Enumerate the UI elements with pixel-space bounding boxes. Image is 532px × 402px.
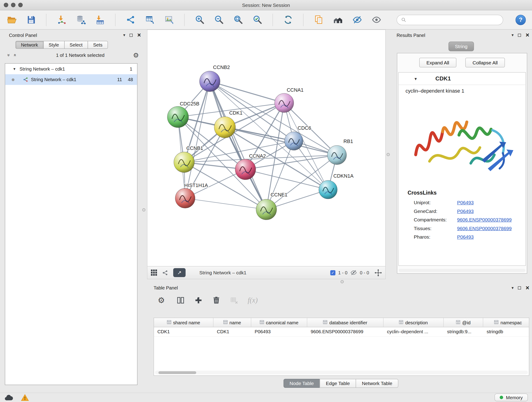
- hide-selected-button[interactable]: [350, 13, 364, 27]
- column-header-shared-name[interactable]: shared name: [154, 318, 214, 327]
- tab-network[interactable]: Network: [16, 41, 44, 49]
- import-table-icon: [95, 15, 105, 25]
- document-button[interactable]: [312, 13, 326, 27]
- column-header-name[interactable]: name: [214, 318, 251, 327]
- column-header-canonical-name[interactable]: canonical name: [251, 318, 307, 327]
- tab-string[interactable]: String: [448, 42, 474, 51]
- network-node-rb1[interactable]: RB1: [327, 138, 353, 165]
- network-node-ccnb2[interactable]: CCNB2: [200, 64, 230, 92]
- left-splitter-handle[interactable]: [142, 208, 146, 211]
- network-canvas[interactable]: CCNB2CCNA1CDC25BCDK1CDC6RB1CCNB1CCNA2CDK…: [147, 30, 385, 266]
- panel-maximize-icon[interactable]: [130, 33, 133, 37]
- crosslink-link[interactable]: 9606.ENSP00000378699: [457, 217, 512, 222]
- network-edge[interactable]: [210, 81, 284, 103]
- disclosure-triangle-icon[interactable]: ▼: [414, 77, 418, 81]
- panel-close-icon[interactable]: ×: [526, 32, 529, 38]
- collapse-all-icon[interactable]: »: [6, 54, 12, 56]
- network-node-hist1h1a[interactable]: HIST1H1A: [175, 182, 208, 208]
- detach-view-button[interactable]: ↗: [173, 268, 186, 277]
- control-panel-title: Control Panel: [9, 32, 37, 38]
- tab-edge-table[interactable]: Edge Table: [320, 379, 356, 388]
- panel-close-icon[interactable]: ×: [137, 32, 141, 38]
- new-network-button[interactable]: [124, 13, 138, 27]
- column-header-description[interactable]: description: [384, 318, 444, 327]
- expand-all-button[interactable]: Expand All: [419, 58, 456, 67]
- memory-button[interactable]: Memory: [495, 394, 528, 401]
- panel-float-icon[interactable]: ▾: [512, 286, 514, 290]
- column-header-namespac[interactable]: namespac: [483, 318, 529, 327]
- network-row-selected[interactable]: String Network – cdk1 11 48: [5, 74, 137, 85]
- zoom-fit-icon: [233, 15, 243, 25]
- panel-float-icon[interactable]: ▾: [512, 33, 514, 37]
- warning-icon[interactable]: [21, 394, 29, 401]
- panel-close-icon[interactable]: ×: [526, 285, 529, 291]
- tab-sets[interactable]: Sets: [88, 41, 108, 49]
- column-header--id[interactable]: @id: [444, 318, 483, 327]
- share-network-icon: [126, 15, 136, 25]
- open-session-button[interactable]: [5, 13, 19, 27]
- pan-crosshair-icon[interactable]: [375, 269, 382, 276]
- import-network-from-file-button[interactable]: [55, 13, 69, 27]
- home-button[interactable]: [331, 13, 345, 27]
- network-edge[interactable]: [185, 198, 266, 210]
- network-node-ccnb1[interactable]: CCNB1: [174, 145, 203, 172]
- show-all-button[interactable]: [370, 13, 383, 27]
- cloud-status-icon[interactable]: [4, 395, 13, 401]
- import-network-from-database-button[interactable]: [74, 13, 88, 27]
- crosslink-link[interactable]: P06493: [457, 234, 474, 240]
- control-panel-tabs: Network Style Select Sets: [16, 41, 144, 49]
- crosslink-row: Tissues:9606.ENSP00000378699: [399, 224, 526, 233]
- network-node-cdk1[interactable]: CDK1: [214, 110, 242, 138]
- edge-count: 48: [122, 77, 133, 82]
- disclosure-triangle-icon[interactable]: ▼: [13, 67, 16, 71]
- crosslink-link[interactable]: 9606.ENSP00000378699: [457, 225, 512, 231]
- grid-view-icon[interactable]: [151, 269, 157, 276]
- results-scrollbar[interactable]: [399, 269, 526, 272]
- table-settings-gear-icon[interactable]: ⚙: [158, 296, 165, 304]
- zoom-fit-button[interactable]: [231, 13, 245, 27]
- export-image-button[interactable]: [162, 13, 176, 27]
- tab-select[interactable]: Select: [64, 41, 88, 49]
- tab-node-table[interactable]: Node Table: [283, 379, 320, 388]
- column-type-icon: [399, 320, 403, 325]
- hidden-eye-slash-icon: [350, 269, 357, 276]
- database-import-icon: [76, 15, 86, 25]
- zoom-out-button[interactable]: [212, 13, 226, 27]
- delete-column-icon[interactable]: [212, 296, 221, 305]
- table-row[interactable]: CDK1CDK1P064939606.ENSP00000378699cyclin…: [154, 327, 529, 337]
- search-input[interactable]: [409, 17, 499, 22]
- save-session-button[interactable]: [24, 13, 38, 27]
- table-hscrollbar[interactable]: [155, 370, 528, 375]
- column-header-database-identifier[interactable]: database identifier: [307, 318, 384, 327]
- gene-card-header[interactable]: ▼ CDK1: [399, 73, 526, 85]
- network-overview-icon[interactable]: [162, 269, 169, 276]
- network-node-cdc25b[interactable]: CDC25B: [167, 101, 199, 128]
- tab-network-table[interactable]: Network Table: [355, 379, 399, 388]
- collapse-all-button[interactable]: Collapse All: [465, 58, 505, 67]
- panel-maximize-icon[interactable]: [518, 286, 521, 289]
- network-node-cdkn1a[interactable]: CDKN1A: [319, 173, 354, 199]
- import-table-from-file-button[interactable]: [93, 13, 107, 27]
- export-table-button[interactable]: [143, 13, 157, 27]
- network-collection-row[interactable]: ▼ String Network – cdk1 1: [5, 64, 137, 75]
- refresh-button[interactable]: [281, 13, 295, 27]
- right-splitter-handle[interactable]: [387, 153, 390, 156]
- network-edge[interactable]: [185, 81, 210, 198]
- crosslink-link[interactable]: P06493: [457, 200, 474, 205]
- selected-checkbox-icon[interactable]: ✓: [330, 270, 336, 275]
- help-button[interactable]: ?: [515, 15, 526, 25]
- panel-maximize-icon[interactable]: [518, 33, 521, 37]
- expand-all-icon[interactable]: «: [13, 54, 18, 56]
- add-column-icon[interactable]: [194, 296, 203, 305]
- network-edge[interactable]: [210, 81, 266, 210]
- zoom-selected-button[interactable]: [251, 13, 264, 27]
- zoom-in-button[interactable]: [193, 13, 207, 27]
- crosslink-link[interactable]: P06493: [457, 208, 474, 214]
- network-node-ccna1[interactable]: CCNA1: [274, 87, 303, 113]
- network-options-gear-icon[interactable]: ⚙: [133, 52, 139, 59]
- horizontal-splitter-handle[interactable]: [341, 280, 344, 283]
- tab-style[interactable]: Style: [43, 41, 64, 49]
- scrollbar-thumb[interactable]: [158, 371, 196, 374]
- show-columns-icon[interactable]: [176, 296, 185, 305]
- panel-float-icon[interactable]: ▾: [123, 33, 125, 37]
